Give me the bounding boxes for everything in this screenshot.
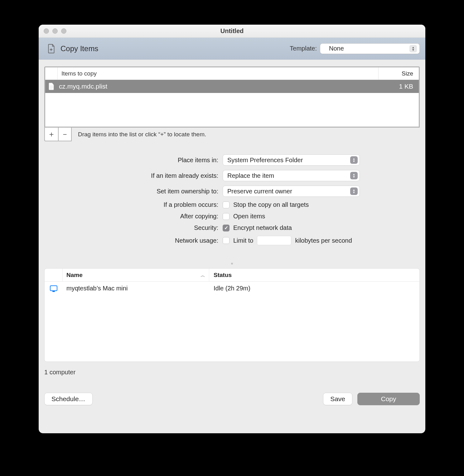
computer-icon <box>50 285 57 291</box>
divider-handle[interactable]: ● <box>44 261 420 266</box>
computers-row-status: Idle (2h 29m) <box>209 285 419 292</box>
template-select[interactable]: None ▲▼ <box>320 43 420 54</box>
problem-check-label: Stop the copy on all targets <box>233 201 309 208</box>
after-checkbox[interactable] <box>223 213 230 220</box>
computers-column-name[interactable]: Name 〈 <box>63 269 209 281</box>
exists-label: If an item already exists: <box>89 172 223 179</box>
bottom-bar: Schedule… Save Copy <box>44 393 420 405</box>
remove-item-button[interactable]: － <box>58 128 72 141</box>
sort-asc-icon: 〈 <box>200 273 205 277</box>
chevron-updown-icon: ▲▼ <box>350 156 358 164</box>
items-column-size[interactable]: Size <box>378 67 419 80</box>
schedule-button[interactable]: Schedule… <box>44 393 93 405</box>
header-bar: Copy Items Template: None ▲▼ <box>39 38 425 60</box>
window-title: Untitled <box>39 27 425 35</box>
network-check-label: Limit to <box>233 237 253 244</box>
titlebar: Untitled <box>39 25 425 38</box>
chevron-updown-icon: ▲▼ <box>409 45 417 52</box>
place-select[interactable]: System Preferences Folder ▲▼ <box>223 154 360 166</box>
chevron-updown-icon: ▲▼ <box>350 187 358 195</box>
page-title: Copy Items <box>60 44 98 53</box>
computers-header: Name 〈 Status <box>45 269 419 282</box>
problem-checkbox[interactable] <box>223 202 230 208</box>
computers-table: Name 〈 Status myqtestlab’s Mac mini Idle… <box>44 268 420 362</box>
problem-label: If a problem occurs: <box>89 201 223 208</box>
exists-select[interactable]: Replace the item ▲▼ <box>223 170 360 181</box>
chevron-updown-icon: ▲▼ <box>350 172 358 179</box>
file-icon <box>45 83 58 90</box>
place-label: Place items in: <box>89 157 223 164</box>
computers-row-name: myqtestlab’s Mac mini <box>63 285 209 292</box>
options-form: Place items in: System Preferences Folde… <box>89 154 375 245</box>
owner-select[interactable]: Preserve current owner ▲▼ <box>223 186 360 197</box>
body: Items to copy Size cz.myq.mdc.plist 1 KB <box>39 60 425 433</box>
security-checkbox[interactable] <box>223 225 230 231</box>
computers-column-status[interactable]: Status <box>209 269 419 281</box>
network-unit-label: kilobytes per second <box>295 237 352 244</box>
items-table-header: Items to copy Size <box>45 67 419 80</box>
items-row-name: cz.myq.mdc.plist <box>58 83 378 90</box>
window: Untitled Copy Items Template: None ▲▼ It… <box>39 25 425 433</box>
items-footer: ＋ － Drag items into the list or click “+… <box>44 128 420 141</box>
add-item-button[interactable]: ＋ <box>44 128 58 141</box>
items-table: Items to copy Size cz.myq.mdc.plist 1 KB <box>44 66 420 128</box>
security-check-label: Encrypt network data <box>233 224 292 231</box>
network-limit-input[interactable] <box>257 236 291 245</box>
items-row[interactable]: cz.myq.mdc.plist 1 KB <box>45 80 419 93</box>
items-column-name[interactable]: Items to copy <box>58 67 378 80</box>
computers-count: 1 computer <box>44 369 420 376</box>
security-label: Security: <box>89 224 223 231</box>
items-row-size: 1 KB <box>378 83 419 90</box>
owner-label: Set item ownership to: <box>89 188 223 195</box>
network-label: Network usage: <box>89 237 223 244</box>
after-check-label: Open items <box>233 213 265 220</box>
save-button[interactable]: Save <box>323 393 352 405</box>
template-label: Template: <box>290 45 317 52</box>
items-hint: Drag items into the list or click “+” to… <box>78 131 206 138</box>
document-plus-icon <box>47 44 56 53</box>
template-select-value: None <box>329 45 344 52</box>
after-label: After copying: <box>89 213 223 220</box>
network-checkbox[interactable] <box>223 237 230 244</box>
copy-button[interactable]: Copy <box>357 393 420 405</box>
computers-row[interactable]: myqtestlab’s Mac mini Idle (2h 29m) <box>45 282 419 295</box>
